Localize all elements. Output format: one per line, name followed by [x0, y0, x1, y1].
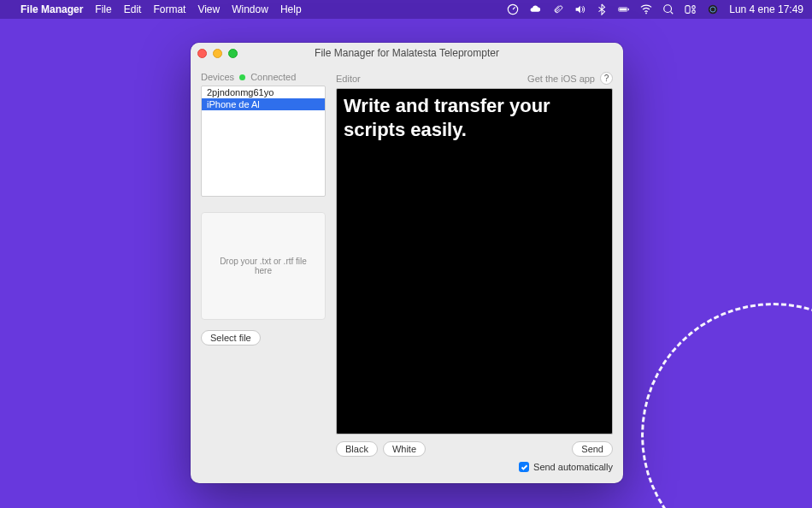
window-title: File Manager for Malatesta Teleprompter: [191, 47, 623, 59]
send-auto-checkbox[interactable]: [519, 462, 529, 472]
editor-header-label: Editor: [336, 74, 361, 84]
script-editor[interactable]: Write and transfer your scripts easily.: [336, 88, 613, 434]
sidebar-header-label: Devices: [201, 72, 234, 82]
dropzone-label: Drop your .txt or .rtf file here: [210, 257, 316, 275]
clock[interactable]: Lun 4 ene 17:49: [729, 3, 803, 15]
control-center-icon[interactable]: [685, 3, 697, 15]
editor-panel: Editor Get the iOS app ? Write and trans…: [336, 72, 613, 476]
device-list[interactable]: 2pjndonmg61yo iPhone de Al: [201, 86, 326, 197]
help-button[interactable]: ?: [600, 72, 613, 85]
send-button[interactable]: Send: [572, 441, 613, 457]
volume-icon[interactable]: [574, 3, 585, 15]
send-auto-label: Send automatically: [533, 462, 613, 472]
svg-point-7: [692, 6, 696, 9]
svg-point-8: [692, 10, 696, 14]
wifi-icon[interactable]: [640, 3, 652, 15]
app-window: File Manager for Malatesta Teleprompter …: [191, 43, 623, 483]
bluetooth-icon[interactable]: [596, 3, 608, 15]
menu-help[interactable]: Help: [280, 3, 302, 15]
window-close-button[interactable]: [197, 49, 207, 58]
sidebar: Devices Connected 2pjndonmg61yo iPhone d…: [201, 72, 326, 476]
file-dropzone[interactable]: Drop your .txt or .rtf file here: [201, 212, 326, 320]
get-ios-app-link[interactable]: Get the iOS app: [527, 74, 595, 84]
device-row[interactable]: 2pjndonmg61yo: [202, 86, 325, 98]
white-theme-button[interactable]: White: [383, 441, 426, 457]
svg-rect-2: [628, 9, 629, 10]
svg-rect-6: [685, 6, 690, 14]
search-icon[interactable]: [662, 3, 674, 15]
decorative-dashed-circle: [641, 303, 812, 508]
menu-view[interactable]: View: [197, 3, 220, 15]
menu-file[interactable]: File: [95, 3, 111, 15]
select-file-button[interactable]: Select file: [201, 330, 261, 346]
window-maximize-button[interactable]: [228, 49, 238, 58]
svg-rect-3: [620, 9, 627, 11]
menu-edit[interactable]: Edit: [124, 3, 142, 15]
device-row[interactable]: iPhone de Al: [202, 98, 325, 110]
checkmark-icon: [521, 464, 528, 471]
menu-format[interactable]: Format: [153, 3, 185, 15]
status-dot-icon: [239, 74, 245, 80]
menubar-app-name[interactable]: File Manager: [21, 3, 83, 15]
titlebar[interactable]: File Manager for Malatesta Teleprompter: [191, 43, 623, 63]
menubar: File Manager File Edit Format View Windo…: [0, 0, 812, 19]
window-minimize-button[interactable]: [213, 49, 222, 58]
siri-icon[interactable]: [707, 3, 719, 15]
svg-point-4: [645, 13, 647, 15]
black-theme-button[interactable]: Black: [336, 441, 378, 457]
connection-status: Connected: [250, 72, 296, 82]
battery-icon[interactable]: [618, 3, 630, 15]
menu-window[interactable]: Window: [232, 3, 268, 15]
svg-point-9: [709, 5, 718, 15]
svg-point-5: [664, 5, 672, 13]
speedometer-icon[interactable]: [507, 3, 519, 15]
attachment-icon[interactable]: [551, 3, 563, 15]
cloud-icon[interactable]: [529, 3, 541, 15]
